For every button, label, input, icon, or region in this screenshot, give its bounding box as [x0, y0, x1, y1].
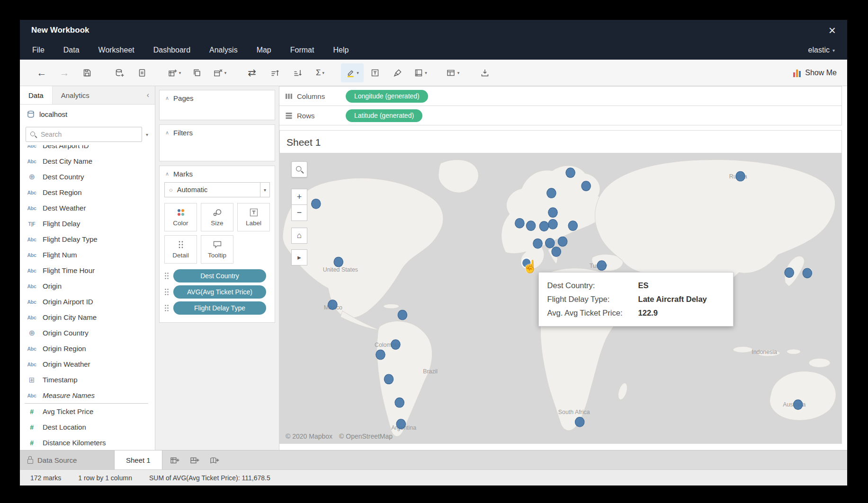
- field-origin[interactable]: AbcOrigin: [25, 278, 155, 294]
- field-dest-region[interactable]: AbcDest Region: [25, 185, 155, 200]
- detail-button[interactable]: Detail: [164, 235, 197, 264]
- map-mark[interactable]: [575, 417, 584, 427]
- pill-flight-delay-type[interactable]: Flight Delay Type: [173, 301, 266, 315]
- zoom-in-button[interactable]: +: [291, 189, 307, 205]
- field-origin-country[interactable]: ⊕Origin Country: [25, 325, 155, 341]
- tab-data[interactable]: Data: [20, 86, 53, 104]
- pill-latitude-generated[interactable]: Latitude (generated): [346, 109, 422, 122]
- zoom-home-button[interactable]: ⌂: [291, 228, 307, 244]
- color-button[interactable]: Color: [164, 203, 197, 231]
- field-origin-airport-id[interactable]: AbcOrigin Airport ID: [25, 294, 155, 309]
- mark-type-dropdown[interactable]: ○ Automatic ▾: [164, 182, 270, 197]
- label-button[interactable]: Label: [237, 203, 270, 231]
- field-timestamp[interactable]: ⊞Timestamp: [25, 372, 155, 388]
- map-mark[interactable]: [736, 171, 745, 181]
- sort-ascending-button[interactable]: [263, 63, 286, 82]
- new-data-source-button[interactable]: [108, 63, 131, 82]
- map-mark[interactable]: [384, 374, 394, 384]
- map-mark[interactable]: [548, 220, 558, 229]
- tab-analytics[interactable]: Analytics: [53, 86, 98, 104]
- map-mark[interactable]: [312, 199, 321, 208]
- highlight-button[interactable]: ▾: [341, 63, 364, 82]
- map-mark[interactable]: [785, 268, 794, 277]
- map-mark[interactable]: [548, 208, 558, 217]
- collapse-pane-icon[interactable]: ‹: [141, 86, 155, 104]
- map-mark[interactable]: [398, 310, 407, 319]
- sheet1-tab[interactable]: Sheet 1: [115, 450, 162, 469]
- field-dest-location[interactable]: #Dest Location: [25, 419, 148, 435]
- redo-button[interactable]: →: [53, 63, 76, 82]
- field-dest-weather[interactable]: AbcDest Weather: [25, 200, 155, 216]
- map-mark[interactable]: [539, 221, 549, 231]
- field-dest-airport-id[interactable]: AbcDest Airport ID: [25, 145, 155, 153]
- map-mark[interactable]: [803, 268, 812, 278]
- pause-auto-updates-button[interactable]: [131, 63, 153, 82]
- map-mark[interactable]: [396, 419, 406, 429]
- field-origin-region[interactable]: AbcOrigin Region: [25, 341, 155, 356]
- map-mark[interactable]: [547, 188, 556, 198]
- zoom-out-button[interactable]: −: [291, 205, 307, 221]
- map-mark[interactable]: [526, 221, 536, 230]
- menu-worksheet[interactable]: Worksheet: [98, 46, 134, 54]
- menu-file[interactable]: File: [32, 46, 45, 54]
- close-icon[interactable]: ×: [829, 24, 836, 36]
- map-mark[interactable]: [395, 398, 404, 407]
- clear-sheet-button[interactable]: ▾: [208, 63, 231, 82]
- field-avg-ticket-price[interactable]: #Avg Ticket Price: [25, 404, 148, 419]
- field-distance-kilometers[interactable]: #Distance Kilometers: [25, 435, 148, 450]
- map-view[interactable]: United StatesMexicoColombiaBrazilArgenti…: [280, 153, 841, 443]
- menu-help[interactable]: Help: [333, 46, 349, 54]
- columns-shelf[interactable]: Columns Longitude (generated): [279, 86, 842, 106]
- pill-avg-ticket-price[interactable]: AVG(Avg Ticket Price): [173, 285, 266, 299]
- map-mark[interactable]: [566, 168, 575, 177]
- field-search[interactable]: [26, 127, 142, 142]
- map-mark[interactable]: [391, 340, 401, 349]
- pages-card[interactable]: ∧Pages: [159, 90, 275, 120]
- pill-dest-country[interactable]: Dest Country: [173, 269, 266, 282]
- search-options-caret-icon[interactable]: ▾: [146, 132, 149, 137]
- filters-card[interactable]: ∧Filters: [159, 124, 275, 161]
- duplicate-sheet-button[interactable]: [186, 63, 208, 82]
- format-button[interactable]: [386, 63, 409, 82]
- field-flight-num[interactable]: AbcFlight Num: [25, 247, 155, 263]
- field-origin-weather[interactable]: AbcOrigin Weather: [25, 356, 155, 372]
- new-story-tab-button[interactable]: [208, 453, 222, 467]
- data-source-connection[interactable]: localhost: [20, 105, 155, 124]
- field-dest-country[interactable]: ⊕Dest Country: [25, 169, 155, 185]
- show-hide-cards-button[interactable]: ▾: [441, 63, 464, 82]
- show-mark-labels-button[interactable]: [364, 63, 386, 82]
- map-mark[interactable]: [533, 239, 543, 248]
- download-button[interactable]: [474, 63, 496, 82]
- new-dashboard-tab-button[interactable]: [188, 453, 202, 467]
- map-mark[interactable]: [793, 400, 803, 409]
- save-button[interactable]: [76, 63, 98, 82]
- map-mark[interactable]: [568, 221, 578, 230]
- map-mark[interactable]: [515, 218, 525, 228]
- account-menu[interactable]: elastic ▾: [808, 46, 835, 54]
- new-worksheet-tab-button[interactable]: [168, 453, 182, 467]
- map-search-button[interactable]: [291, 161, 307, 177]
- map-mark[interactable]: [558, 237, 567, 246]
- map-options-button[interactable]: ▸: [291, 249, 307, 265]
- map-mark[interactable]: [328, 300, 338, 309]
- new-worksheet-button[interactable]: ▾: [163, 63, 186, 82]
- rows-shelf[interactable]: Rows Latitude (generated): [279, 106, 842, 125]
- menu-dashboard[interactable]: Dashboard: [153, 46, 190, 54]
- data-source-tab[interactable]: Data Source: [20, 450, 115, 469]
- menu-map[interactable]: Map: [257, 46, 271, 54]
- swap-rows-and-columns-button[interactable]: ⇄: [241, 63, 263, 82]
- menu-data[interactable]: Data: [63, 46, 80, 54]
- map-mark[interactable]: [334, 257, 343, 266]
- tooltip-button[interactable]: Tooltip: [201, 235, 233, 264]
- field-origin-city-name[interactable]: AbcOrigin City Name: [25, 309, 155, 325]
- menu-format[interactable]: Format: [290, 46, 314, 54]
- field-flight-delay[interactable]: T|FFlight Delay: [25, 216, 155, 231]
- map-mark[interactable]: [552, 247, 561, 256]
- pill-longitude-generated[interactable]: Longitude (generated): [346, 90, 428, 103]
- sort-descending-button[interactable]: [286, 63, 309, 82]
- field-dest-city-name[interactable]: AbcDest City Name: [25, 153, 155, 169]
- map-mark[interactable]: [597, 261, 607, 270]
- size-button[interactable]: Size: [201, 203, 233, 231]
- field-measure-names[interactable]: AbcMeasure Names: [25, 388, 155, 403]
- undo-button[interactable]: ←: [30, 63, 53, 82]
